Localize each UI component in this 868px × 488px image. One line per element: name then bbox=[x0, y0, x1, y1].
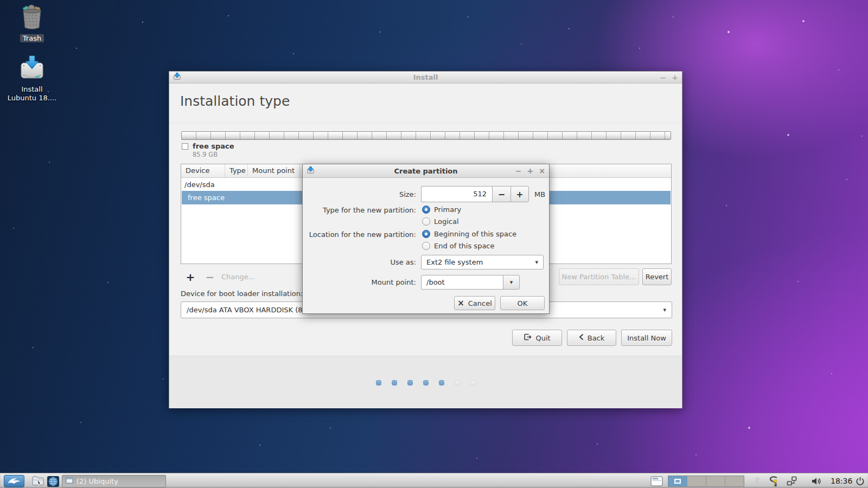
remove-partition-button[interactable]: − bbox=[203, 270, 216, 284]
back-button[interactable]: Back bbox=[567, 330, 616, 346]
chevron-down-icon: ▾ bbox=[535, 259, 538, 266]
radio-selected-icon bbox=[422, 230, 430, 238]
revert-button[interactable]: Revert bbox=[642, 268, 672, 285]
file-manager-icon[interactable] bbox=[31, 476, 44, 488]
progress-dot bbox=[439, 380, 444, 386]
radio-beginning[interactable]: Beginning of this space bbox=[422, 229, 516, 239]
size-unit-label: MB bbox=[534, 190, 545, 198]
type-label: Type for the new partition: bbox=[303, 206, 416, 214]
use-as-select[interactable]: Ext2 file system ▾ bbox=[421, 255, 544, 269]
bluetooth-icon[interactable] bbox=[754, 477, 760, 487]
page-title: Installation type bbox=[180, 93, 290, 109]
progress-dots bbox=[169, 380, 682, 386]
trash-icon bbox=[18, 3, 46, 34]
progress-dot bbox=[407, 380, 413, 386]
column-header-mount-point[interactable]: Mount point bbox=[248, 164, 300, 177]
window-icon bbox=[66, 477, 73, 485]
new-partition-table-button[interactable]: New Partition Table... bbox=[559, 268, 639, 285]
dialog-minimize-button[interactable]: − bbox=[515, 167, 522, 175]
radio-logical[interactable]: Logical bbox=[422, 217, 459, 226]
web-browser-icon[interactable] bbox=[47, 476, 60, 488]
install-drive-icon bbox=[19, 54, 45, 84]
radio-primary[interactable]: Primary bbox=[422, 205, 461, 214]
change-button[interactable]: Change... bbox=[221, 270, 260, 284]
show-desktop-icon[interactable] bbox=[650, 476, 663, 488]
progress-dot bbox=[376, 380, 381, 386]
pager-window-icon bbox=[674, 479, 681, 484]
minimize-button[interactable]: − bbox=[660, 74, 667, 81]
window-title: Install bbox=[169, 73, 682, 81]
trash-label: Trash bbox=[20, 34, 44, 42]
size-increment-button[interactable]: + bbox=[510, 186, 529, 202]
dialog-maximize-button[interactable]: + bbox=[527, 167, 534, 175]
bootloader-label: Device for boot loader installation: bbox=[181, 290, 303, 298]
progress-dot bbox=[455, 380, 460, 386]
add-partition-button[interactable]: + bbox=[184, 270, 197, 284]
wizard-footer bbox=[169, 356, 682, 408]
dialog-title: Create partition bbox=[303, 167, 549, 175]
cancel-button[interactable]: × Cancel bbox=[454, 296, 495, 310]
use-as-label: Use as: bbox=[303, 258, 416, 266]
location-label: Location for the new partition: bbox=[303, 230, 416, 239]
install-lubuntu-label: Install Lubuntu 18.... bbox=[8, 85, 57, 102]
volume-icon[interactable] bbox=[812, 477, 822, 487]
desktop-icon-trash[interactable]: Trash bbox=[10, 3, 54, 42]
size-spinner: 512 − + bbox=[421, 186, 529, 202]
radio-unselected-icon bbox=[422, 242, 430, 250]
close-icon: × bbox=[457, 299, 464, 307]
clock[interactable]: 18:36 bbox=[831, 474, 852, 488]
chevron-down-icon: ▾ bbox=[510, 279, 513, 286]
legend-label: free space bbox=[193, 142, 234, 150]
mount-point-dropdown-button[interactable]: ▾ bbox=[503, 275, 520, 290]
lubuntu-logo-icon bbox=[7, 476, 22, 487]
pager-desktop-2[interactable] bbox=[687, 476, 706, 486]
pager-desktop-4[interactable] bbox=[725, 476, 744, 486]
dialog-app-icon bbox=[307, 166, 315, 176]
chevron-down-icon: ▾ bbox=[663, 306, 666, 313]
stars bbox=[0, 0, 1, 1]
radio-end[interactable]: End of this space bbox=[422, 241, 495, 251]
taskbar: (2) Ubiquity bbox=[0, 473, 868, 488]
mount-point-label: Mount point: bbox=[303, 278, 416, 286]
back-chevron-icon bbox=[579, 333, 584, 342]
desktop: Trash Install bbox=[0, 0, 868, 488]
taskbar-item-ubiquity[interactable]: (2) Ubiquity bbox=[62, 475, 166, 487]
start-menu-button[interactable] bbox=[4, 475, 24, 487]
column-header-device[interactable]: Device bbox=[181, 164, 225, 177]
legend-color-box bbox=[182, 143, 188, 150]
desktop-pager bbox=[668, 476, 744, 487]
radio-selected-icon bbox=[422, 206, 430, 214]
mount-point-input[interactable]: /boot bbox=[421, 275, 503, 290]
size-input[interactable]: 512 bbox=[421, 186, 492, 202]
install-app-icon bbox=[173, 72, 181, 82]
pager-desktop-3[interactable] bbox=[706, 476, 725, 486]
network-status-icon[interactable] bbox=[767, 476, 780, 488]
maximize-button[interactable]: + bbox=[672, 74, 678, 81]
install-window-titlebar[interactable]: Install − + bbox=[169, 72, 682, 84]
size-label: Size: bbox=[303, 190, 416, 198]
progress-dot bbox=[470, 380, 476, 386]
header-divider bbox=[169, 123, 682, 123]
dialog-close-button[interactable]: × bbox=[539, 167, 545, 175]
desktop-icon-install-lubuntu[interactable]: Install Lubuntu 18.... bbox=[6, 54, 58, 102]
column-header-type[interactable]: Type bbox=[225, 164, 248, 177]
dialog-titlebar[interactable]: Create partition − + × bbox=[303, 164, 549, 178]
power-icon[interactable] bbox=[856, 477, 865, 488]
quit-icon bbox=[524, 333, 532, 342]
size-decrement-button[interactable]: − bbox=[492, 186, 510, 202]
pager-desktop-1[interactable] bbox=[668, 476, 687, 486]
free-space-legend: free space 85.9 GB bbox=[182, 142, 234, 158]
progress-dot bbox=[392, 380, 397, 386]
legend-size: 85.9 GB bbox=[193, 151, 234, 158]
install-now-button[interactable]: Install Now bbox=[621, 330, 672, 346]
radio-unselected-icon bbox=[422, 217, 430, 226]
quit-button[interactable]: Quit bbox=[512, 330, 562, 346]
create-partition-dialog: Create partition − + × Size: 512 − + MB … bbox=[302, 164, 550, 314]
partition-bar bbox=[181, 131, 671, 140]
progress-dot bbox=[423, 380, 429, 386]
network-places-icon[interactable] bbox=[787, 476, 797, 488]
ok-button[interactable]: OK bbox=[500, 296, 545, 310]
